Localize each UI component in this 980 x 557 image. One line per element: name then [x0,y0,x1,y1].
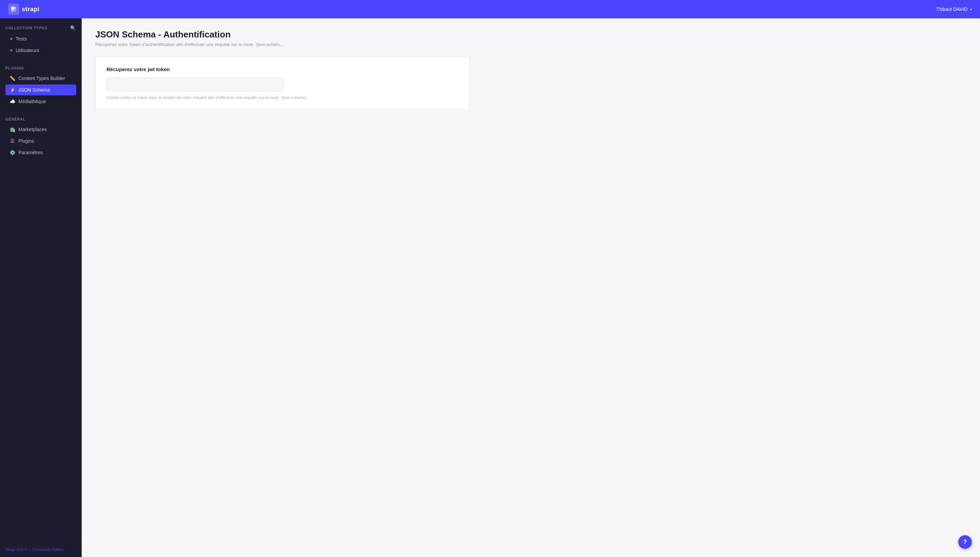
auth-card: Récuperez votre jwt token Copiez-collez … [95,57,470,110]
chevron-down-icon: ▾ [970,8,972,11]
sidebar-item-utilisateurs[interactable]: Utilisateurs [5,45,76,56]
sidebar-item-label: Médiathèque [18,99,46,104]
card-section-title: Récuperez votre jwt token [107,67,458,72]
plugins-section-title: PLUGINS [5,66,76,70]
sidebar-item-mediatheque[interactable]: ☁️ Médiathèque [5,96,76,107]
general-section: GÉNÉRAL 🛍️ Marketplaces ☰ Plugins ⚙️ Par… [0,110,82,161]
page-subtitle: Récupérez votre Token d'authentification… [95,42,966,47]
sidebar-item-marketplaces[interactable]: 🛍️ Marketplaces [5,124,76,135]
logo-area[interactable]: strapi [8,4,39,15]
strapi-logo-icon [8,4,19,15]
token-input[interactable] [107,78,284,91]
dot-icon [10,38,12,40]
sidebar-item-json-schema[interactable]: ⚡ JSON Schema [5,85,76,95]
sidebar: COLLECTION TYPES 🔍 Tests Utilisateurs PL… [0,18,82,557]
list-icon: ☰ [10,138,15,144]
sidebar-footer: Strapi v3.6.3 — Community Edition [0,542,82,557]
app-body: COLLECTION TYPES 🔍 Tests Utilisateurs PL… [0,18,980,557]
sidebar-item-plugins[interactable]: ☰ Plugins [5,135,76,147]
sidebar-item-label: Content Types Builder [18,76,65,81]
help-icon: ? [963,539,967,546]
gear-icon: ⚙️ [10,150,15,155]
sidebar-item-parametres[interactable]: ⚙️ Paramètres [5,147,76,158]
logo-text: strapi [22,6,39,13]
sidebar-item-label: Tests [16,36,27,42]
sidebar-item-tests[interactable]: Tests [5,33,76,44]
user-name: Thibaut DAVID [936,7,967,12]
top-header: strapi Thibaut DAVID ▾ [0,0,980,18]
dot-icon [10,49,12,51]
search-icon[interactable]: 🔍 [70,25,76,31]
collection-types-section: COLLECTION TYPES 🔍 Tests Utilisateurs [0,18,82,59]
collection-types-section-title: COLLECTION TYPES 🔍 [5,25,76,31]
bolt-icon: ⚡ [10,87,15,93]
cloud-icon: ☁️ [10,99,15,104]
card-hint: Copiez-collez ce token dans le header de… [107,95,458,100]
main-content: JSON Schema - Authentification Récupérez… [82,18,980,557]
user-menu[interactable]: Thibaut DAVID ▾ [936,7,972,12]
sidebar-item-label: Marketplaces [18,127,47,132]
pencil-icon: ✏️ [10,76,15,81]
sidebar-item-label: Plugins [18,138,34,144]
plugins-section: PLUGINS ✏️ Content Types Builder ⚡ JSON … [0,59,82,110]
sidebar-item-content-types-builder[interactable]: ✏️ Content Types Builder [5,73,76,84]
page-title: JSON Schema - Authentification [95,29,966,40]
sidebar-item-label: Utilisateurs [16,48,39,53]
store-icon: 🛍️ [10,127,15,132]
sidebar-item-label: JSON Schema [18,87,50,93]
help-button[interactable]: ? [958,535,972,549]
general-section-title: GÉNÉRAL [5,117,76,121]
sidebar-item-label: Paramètres [18,150,43,155]
version-text: Strapi v3.6.3 — Community Edition [5,547,63,552]
